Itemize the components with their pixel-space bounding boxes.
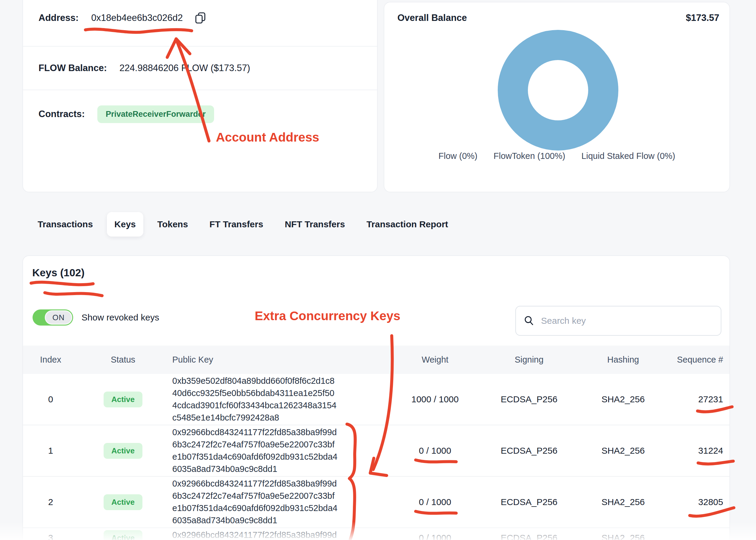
tab-keys[interactable]: Keys: [107, 212, 143, 236]
tab-transaction-report[interactable]: Transaction Report: [359, 212, 455, 236]
key-index: 0: [23, 394, 78, 404]
key-sequence: 31224: [660, 446, 730, 456]
address-value: 0x18eb4ee6b3c026d2: [91, 13, 183, 23]
balance-card-title: Overall Balance: [397, 13, 467, 23]
donut-chart: [498, 30, 618, 151]
key-signing: ECDSA_P256: [472, 394, 586, 404]
key-sequence: 27231: [660, 394, 730, 404]
key-hashing: SHA2_256: [586, 394, 660, 404]
tab-transactions[interactable]: Transactions: [30, 212, 100, 236]
header-weight: Weight: [398, 355, 472, 365]
tab-ft-transfers[interactable]: FT Transfers: [202, 212, 271, 236]
flow-balance-value: 224.98846206 FLOW ($173.57): [119, 63, 250, 73]
key-weight: 0 / 1000: [398, 497, 472, 507]
status-badge: Active: [104, 530, 143, 540]
copy-address-button[interactable]: [193, 11, 207, 25]
key-index: 1: [23, 446, 78, 456]
key-weight: 0 / 1000: [398, 446, 472, 456]
header-hashing: Hashing: [586, 355, 660, 365]
key-weight: 0 / 1000: [398, 533, 472, 540]
contracts-row: Contracts: PrivateReceiverForwarder: [23, 90, 377, 138]
legend-item-flow: Flow (0%): [439, 151, 478, 161]
public-key-value: 0x92966bcd843241177f22fd85a38ba9f99d6b3c…: [172, 477, 338, 527]
public-key-value: 0xb359e502df804a89bdd660f0f8f6c2d1c840d6…: [172, 375, 338, 424]
annotation-extra-concurrency-keys: Extra Concurrency Keys: [255, 309, 400, 323]
key-signing: ECDSA_P256: [472, 446, 586, 456]
keys-panel: Keys (102) ON Show revoked keys Index St…: [22, 255, 730, 540]
legend-item-liquid-staked: Liquid Staked Flow (0%): [581, 151, 675, 161]
status-badge: Active: [104, 443, 143, 459]
header-public-key: Public Key: [168, 355, 398, 365]
search-icon: [524, 315, 535, 327]
account-tabs: Transactions Keys Tokens FT Transfers NF…: [30, 212, 456, 236]
keys-table: Index Status Public Key Weight Signing H…: [23, 345, 730, 540]
contracts-label: Contracts:: [39, 109, 85, 119]
key-hashing: SHA2_256: [586, 533, 660, 540]
account-summary-card: Address: 0x18eb4ee6b3c026d2 FLOW Balance…: [22, 0, 378, 192]
annotation-account-address: Account Address: [216, 130, 319, 145]
address-label: Address:: [39, 13, 78, 23]
table-row: 0 Active 0xb359e502df804a89bdd660f0f8f6c…: [23, 374, 730, 425]
header-index: Index: [23, 355, 78, 365]
key-search-box[interactable]: [515, 306, 721, 336]
status-badge: Active: [104, 392, 143, 407]
copy-icon: [194, 11, 207, 25]
table-row: 3 Active 0x92966bcd843241177f22fd85a38ba…: [23, 528, 730, 540]
header-sequence: Sequence #: [660, 355, 730, 365]
key-signing: ECDSA_P256: [472, 533, 586, 540]
keys-count-title: Keys (102): [32, 267, 84, 279]
key-hashing: SHA2_256: [586, 446, 660, 456]
public-key-value: 0x92966bcd843241177f22fd85a38ba9f99d6b3c…: [172, 426, 338, 475]
key-hashing: SHA2_256: [586, 497, 660, 507]
contract-badge[interactable]: PrivateReceiverForwarder: [97, 105, 214, 123]
balance-total: $173.57: [686, 13, 719, 23]
address-row: Address: 0x18eb4ee6b3c026d2: [23, 0, 377, 46]
show-revoked-keys-toggle[interactable]: ON: [33, 310, 73, 326]
tab-nft-transfers[interactable]: NFT Transfers: [277, 212, 353, 236]
overall-balance-card: Overall Balance $173.57 Flow (0%) FlowTo…: [384, 2, 730, 192]
key-weight: 1000 / 1000: [398, 394, 472, 404]
legend-item-flowtoken: FlowToken (100%): [493, 151, 565, 161]
donut-legend: Flow (0%) FlowToken (100%) Liquid Staked…: [384, 151, 729, 161]
search-key-input[interactable]: [541, 316, 708, 326]
show-revoked-keys-label: Show revoked keys: [81, 313, 159, 323]
flow-balance-row: FLOW Balance: 224.98846206 FLOW ($173.57…: [23, 47, 377, 89]
public-key-value: 0x92966bcd843241177f22fd85a38ba9f99d6b3c…: [172, 529, 338, 540]
key-signing: ECDSA_P256: [472, 497, 586, 507]
status-badge: Active: [104, 494, 143, 510]
tab-tokens[interactable]: Tokens: [150, 212, 196, 236]
toggle-knob: ON: [45, 310, 72, 325]
flow-balance-label: FLOW Balance:: [39, 63, 107, 73]
key-index: 3: [23, 533, 78, 540]
table-row: 2 Active 0x92966bcd843241177f22fd85a38ba…: [23, 477, 730, 528]
header-signing: Signing: [472, 355, 586, 365]
key-sequence: 32805: [660, 497, 730, 507]
keys-table-header: Index Status Public Key Weight Signing H…: [23, 345, 730, 374]
header-status: Status: [78, 355, 168, 365]
table-row: 1 Active 0x92966bcd843241177f22fd85a38ba…: [23, 425, 730, 477]
key-index: 2: [23, 497, 78, 507]
